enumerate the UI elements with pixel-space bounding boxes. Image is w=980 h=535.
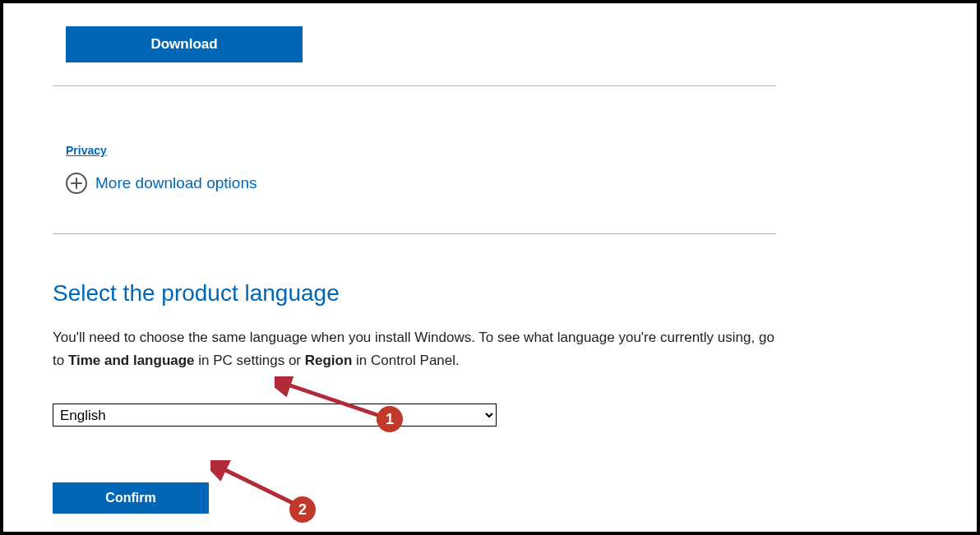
annotation-badge-2: 2	[289, 496, 316, 523]
more-download-options-label: More download options	[95, 174, 257, 192]
more-download-options-row[interactable]: More download options	[66, 173, 927, 194]
plus-icon	[66, 173, 87, 194]
download-button[interactable]: Download	[66, 26, 303, 62]
annotation-badge-1: 1	[377, 406, 403, 432]
divider	[53, 233, 776, 234]
confirm-button[interactable]: Confirm	[53, 482, 209, 514]
divider	[53, 85, 776, 86]
instruction-text: You'll need to choose the same language …	[53, 326, 776, 372]
language-select[interactable]: English	[53, 404, 497, 427]
privacy-link[interactable]: Privacy	[66, 144, 107, 157]
section-heading: Select the product language	[53, 280, 927, 307]
